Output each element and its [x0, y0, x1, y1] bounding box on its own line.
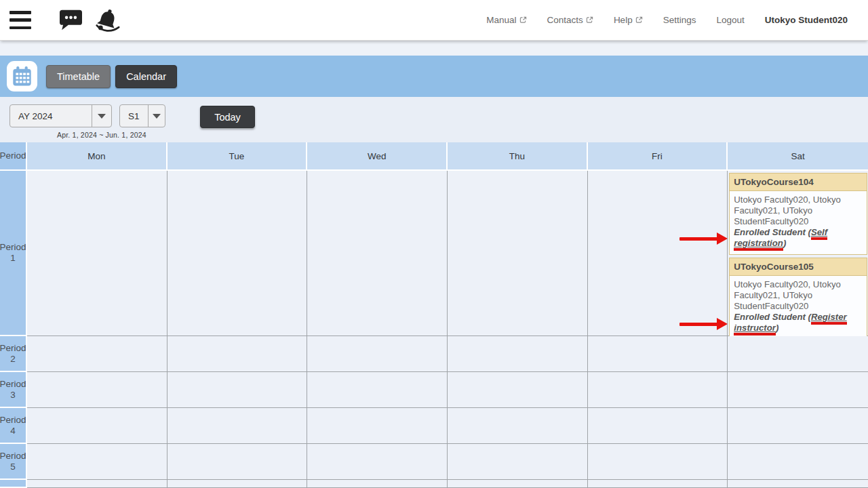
enrollment-status: Enrolled Student (Self registration)	[734, 227, 827, 251]
timetable-cell-thu-p2	[448, 336, 588, 372]
timetable-cell-wed-p1	[307, 171, 448, 336]
nav-settings-label: Settings	[663, 15, 696, 25]
enrollment-suffix: )	[776, 323, 778, 333]
top-bar: Manual Contacts Help Settings Logout Uto…	[0, 0, 868, 41]
day-header-fri: Fri	[588, 142, 728, 171]
chevron-down-icon	[148, 105, 165, 127]
calendar-grid-icon	[11, 65, 33, 87]
timetable-cell-fri-p3	[588, 372, 728, 408]
timetable-cell-sat-p2	[728, 336, 868, 372]
logged-in-username: Utokyo Student020	[765, 15, 848, 25]
course-title[interactable]: UTokyoCourse104	[730, 174, 867, 191]
timetable-cell-wed-p6	[307, 480, 448, 488]
day-header-mon: Mon	[27, 142, 167, 171]
timetable-cell-tue-p3	[167, 372, 308, 408]
period-5-label: Period 5	[0, 444, 27, 480]
timetable-cell-mon-p3	[27, 372, 167, 408]
timetable-cell-fri-p4	[588, 408, 728, 444]
term-value: S1	[120, 105, 148, 127]
notifications-bell-icon[interactable]	[94, 7, 121, 33]
course-instructors: Utokyo Faculty020, Utokyo Faculty021, UT…	[734, 279, 841, 311]
timetable-cell-fri-p2	[588, 336, 728, 372]
nav-help-label: Help	[614, 15, 633, 25]
timetable-cell-thu-p3	[448, 372, 588, 408]
enrollment-suffix: )	[783, 238, 786, 248]
filter-bar: AY 2024 S1 Apr. 1, 2024 ~ Jun. 1, 2024 T…	[0, 97, 868, 142]
timetable-cell-mon-p4	[27, 408, 167, 444]
nav-contacts-link[interactable]: Contacts	[547, 15, 593, 25]
timetable-cell-fri-p1	[588, 171, 728, 336]
course-card-utokyocourse104: UTokyoCourse104 Utokyo Faculty020, Utoky…	[729, 173, 867, 255]
annotation-arrow-self-registration	[679, 232, 728, 245]
chevron-down-icon	[92, 105, 111, 127]
period-column-header: Period	[0, 142, 27, 171]
timetable-cell-thu-p4	[448, 408, 588, 444]
period-6-label-partial	[0, 480, 27, 488]
external-link-icon	[586, 16, 593, 24]
timetable-cell-tue-p6	[167, 480, 308, 488]
nav-settings-link[interactable]: Settings	[663, 15, 696, 25]
period-3-label: Period 3	[0, 372, 27, 408]
timetable-cell-wed-p3	[307, 372, 448, 408]
view-toolbar: Timetable Calendar	[0, 56, 868, 97]
timetable-app-icon	[7, 61, 37, 92]
enrollment-prefix: Enrolled Student (	[734, 312, 811, 322]
timetable-cell-sat-p1: UTokyoCourse104 Utokyo Faculty020, Utoky…	[728, 171, 868, 336]
external-link-icon	[635, 16, 643, 24]
timetable-cell-wed-p2	[307, 336, 448, 372]
nav-contacts-label: Contacts	[547, 15, 583, 25]
nav-logout-label: Logout	[716, 15, 744, 25]
course-details: Utokyo Faculty020, Utokyo Faculty021, UT…	[730, 276, 867, 339]
nav-manual-label: Manual	[486, 15, 516, 25]
timetable-cell-thu-p5	[448, 444, 588, 480]
timetable-cell-tue-p5	[167, 444, 308, 480]
timetable-cell-wed-p4	[307, 408, 448, 444]
timetable-cell-tue-p1	[167, 171, 308, 336]
term-date-range: Apr. 1, 2024 ~ Jun. 1, 2024	[57, 131, 146, 139]
course-card-utokyocourse105: UTokyoCourse105 Utokyo Faculty020, Utoky…	[729, 258, 867, 340]
timetable-cell-mon-p2	[27, 336, 167, 372]
timetable-cell-fri-p5	[588, 444, 728, 480]
period-1-label: Period 1	[0, 171, 27, 336]
nav-logout-link[interactable]: Logout	[716, 15, 744, 25]
enrollment-status: Enrolled Student (Register instructor)	[734, 312, 846, 336]
today-button[interactable]: Today	[200, 106, 255, 128]
course-instructors: Utokyo Faculty020, Utokyo Faculty021, UT…	[734, 195, 841, 226]
day-header-thu: Thu	[448, 142, 588, 171]
timetable-cell-wed-p5	[307, 444, 448, 480]
timetable-cell-fri-p6	[588, 480, 728, 488]
term-select[interactable]: S1	[119, 104, 165, 127]
timetable-cell-tue-p2	[167, 336, 308, 372]
timetable-cell-mon-p6	[27, 480, 167, 488]
timetable-cell-sat-p3	[728, 372, 868, 408]
external-link-icon	[519, 16, 527, 24]
academic-year-select[interactable]: AY 2024	[9, 104, 112, 127]
menu-icon[interactable]	[9, 11, 31, 29]
timetable-cell-sat-p4	[728, 408, 868, 444]
calendar-view-button[interactable]: Calendar	[115, 65, 177, 88]
day-header-sat: Sat	[728, 142, 868, 171]
course-details: Utokyo Faculty020, Utokyo Faculty021, UT…	[730, 191, 867, 254]
day-header-tue: Tue	[167, 142, 308, 171]
course-title[interactable]: UTokyoCourse105	[730, 258, 867, 276]
timetable-cell-tue-p4	[167, 408, 308, 444]
period-2-label: Period 2	[0, 336, 27, 372]
timetable-cell-mon-p1	[27, 171, 167, 336]
timetable-grid: Period Mon Tue Wed Thu Fri Sat Period 1 …	[0, 142, 868, 488]
nav-help-link[interactable]: Help	[614, 15, 643, 25]
annotation-arrow-register-instructor	[679, 318, 728, 330]
nav-manual-link[interactable]: Manual	[486, 15, 526, 25]
timetable-view-button[interactable]: Timetable	[46, 65, 111, 88]
timetable-cell-mon-p5	[27, 444, 167, 480]
day-header-wed: Wed	[307, 142, 448, 171]
enrollment-prefix: Enrolled Student (	[734, 227, 811, 237]
timetable-cell-sat-p6	[728, 480, 868, 488]
messages-icon[interactable]	[58, 9, 83, 31]
header-gap-strip	[0, 41, 868, 56]
academic-year-value: AY 2024	[10, 105, 92, 127]
top-nav: Manual Contacts Help Settings Logout Uto…	[486, 15, 868, 25]
timetable-cell-thu-p6	[448, 480, 588, 488]
timetable-cell-sat-p5	[728, 444, 868, 480]
period-4-label: Period 4	[0, 408, 27, 444]
timetable-cell-thu-p1	[448, 171, 588, 336]
